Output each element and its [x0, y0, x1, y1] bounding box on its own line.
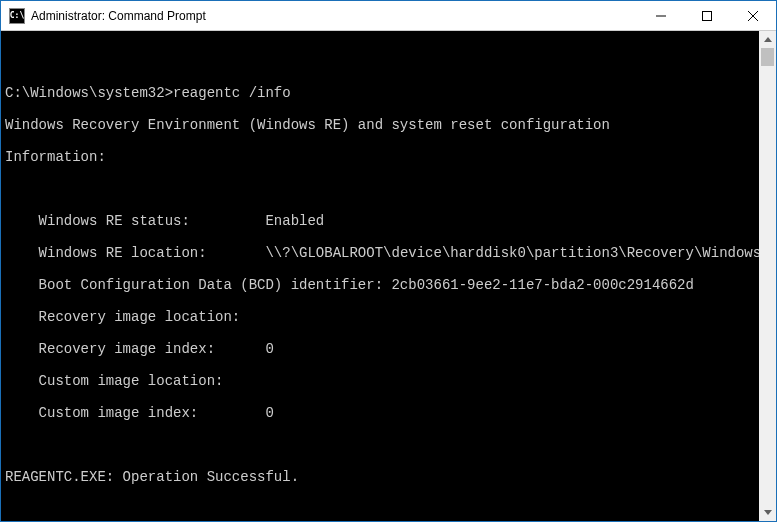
- row-custom-image-index: Custom image index: 0: [5, 405, 759, 421]
- custom-image-location-label: Custom image location:: [39, 373, 224, 389]
- title-bar[interactable]: C:\ Administrator: Command Prompt: [1, 1, 776, 31]
- minimize-button[interactable]: [638, 1, 684, 30]
- result-line: REAGENTC.EXE: Operation Successful.: [5, 469, 759, 485]
- svg-rect-0: [703, 11, 712, 20]
- prompt-line: C:\Windows\system32>reagentc /info: [5, 85, 759, 101]
- blank-line: [5, 501, 759, 517]
- re-status-value: Enabled: [265, 213, 324, 229]
- scrollbar-thumb[interactable]: [761, 48, 774, 66]
- re-location-value: \\?\GLOBALROOT\device\harddisk0\partitio…: [265, 245, 759, 261]
- row-re-location: Windows RE location: \\?\GLOBALROOT\devi…: [5, 245, 759, 261]
- scroll-down-arrow-icon[interactable]: [759, 504, 776, 521]
- output-header: Windows Recovery Environment (Windows RE…: [5, 117, 759, 133]
- row-custom-image-location: Custom image location:: [5, 373, 759, 389]
- window-title: Administrator: Command Prompt: [31, 9, 638, 23]
- blank-line: [5, 437, 759, 453]
- maximize-button[interactable]: [684, 1, 730, 30]
- row-recovery-image-index: Recovery image index: 0: [5, 341, 759, 357]
- close-button[interactable]: [730, 1, 776, 30]
- command-prompt-window: C:\ Administrator: Command Prompt C:\Win…: [0, 0, 777, 522]
- re-location-label: Windows RE location:: [39, 245, 266, 261]
- custom-image-index-value: 0: [265, 405, 273, 421]
- command-text: reagentc /info: [173, 85, 291, 101]
- content-area: C:\Windows\system32>reagentc /info Windo…: [1, 31, 776, 521]
- cmd-icon: C:\: [9, 8, 25, 24]
- blank-line: [5, 53, 759, 69]
- terminal-output[interactable]: C:\Windows\system32>reagentc /info Windo…: [1, 31, 759, 521]
- blank-line: [5, 181, 759, 197]
- bcd-line: Boot Configuration Data (BCD) identifier…: [39, 277, 694, 293]
- row-recovery-image-location: Recovery image location:: [5, 309, 759, 325]
- vertical-scrollbar[interactable]: [759, 31, 776, 521]
- scroll-up-arrow-icon[interactable]: [759, 31, 776, 48]
- window-controls: [638, 1, 776, 30]
- recovery-image-location-label: Recovery image location:: [39, 309, 241, 325]
- output-info-label: Information:: [5, 149, 759, 165]
- row-bcd: Boot Configuration Data (BCD) identifier…: [5, 277, 759, 293]
- prompt-path: C:\Windows\system32>: [5, 85, 173, 101]
- recovery-image-index-label: Recovery image index:: [39, 341, 266, 357]
- row-re-status: Windows RE status: Enabled: [5, 213, 759, 229]
- re-status-label: Windows RE status:: [39, 213, 266, 229]
- recovery-image-index-value: 0: [265, 341, 273, 357]
- custom-image-index-label: Custom image index:: [39, 405, 266, 421]
